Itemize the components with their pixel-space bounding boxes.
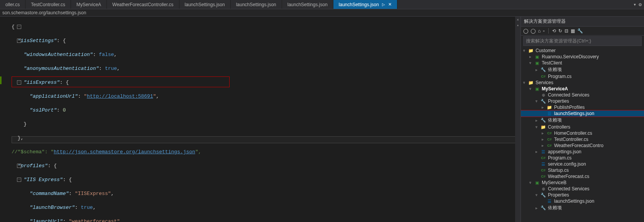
tab-testcontroller[interactable]: TestController.cs xyxy=(25,0,71,9)
cs-icon: C# xyxy=(540,156,546,160)
expand-icon[interactable]: ▹ xyxy=(536,206,540,210)
tree-item-label: launchSettings.json xyxy=(554,111,594,116)
tree-item[interactable]: ▿▣MyServiceB xyxy=(521,180,644,186)
tree-item[interactable]: ▹C#TestController.cs xyxy=(521,136,644,142)
code-editor[interactable]: −{ − "iisSettings": { "windowsAuthentica… xyxy=(0,17,521,222)
tab-launchsettings-3[interactable]: launchSettings.json xyxy=(282,0,333,9)
tree-item-label: Customer xyxy=(536,48,556,53)
tree-item[interactable]: ▿📁Customer xyxy=(521,47,644,54)
tree-item[interactable]: ▹🔧依赖项 xyxy=(521,117,644,124)
tree-item-label: TestClient xyxy=(542,60,562,66)
expand-icon[interactable]: ▿ xyxy=(529,181,534,185)
tree-item-label: MyServiceB xyxy=(542,180,566,185)
tab-launchsettings-active[interactable]: launchSettings.json ▷ ✕ xyxy=(333,0,397,9)
tree-item[interactable]: ▿🔧Properties xyxy=(521,192,644,198)
json-icon: ☰ xyxy=(546,199,553,204)
cs-icon: C# xyxy=(546,131,553,135)
tree-item[interactable]: ▹📁PublishProfiles xyxy=(521,104,644,110)
conn-icon: ⊕ xyxy=(540,186,546,191)
tree-item[interactable]: ☰launchSettings.json xyxy=(521,110,644,117)
expand-icon[interactable]: ▹ xyxy=(536,150,540,154)
collapse-icon[interactable]: ⊟ xyxy=(565,28,568,34)
tree-item-label: 依赖项 xyxy=(548,117,562,124)
tree-item[interactable]: ▿▣MyServiceA xyxy=(521,86,644,92)
fold-icon[interactable]: − xyxy=(17,164,21,168)
expand-icon[interactable]: ▿ xyxy=(536,125,540,129)
tree-item-label: service.config.json xyxy=(548,161,586,167)
view-icon[interactable]: ▫ xyxy=(543,28,544,34)
tree-item[interactable]: ▹🔧依赖项 xyxy=(521,66,644,73)
folder-icon: 📁 xyxy=(546,105,553,110)
tree-item-label: Ruanmou.ServiceDiscovery xyxy=(542,54,599,59)
tree-item-label: WeatherForecastContro xyxy=(554,143,603,148)
folder-icon: 📁 xyxy=(540,125,546,130)
proj-icon: ▣ xyxy=(534,180,540,185)
expand-icon[interactable]: ▿ xyxy=(536,99,540,103)
expand-icon[interactable]: ▿ xyxy=(523,49,528,53)
tree-item[interactable]: ▹C#HomeController.cs xyxy=(521,130,644,136)
cs-icon: C# xyxy=(540,175,546,178)
expand-icon[interactable]: ▿ xyxy=(536,193,540,197)
expand-icon[interactable]: ▿ xyxy=(529,61,534,65)
tab-myservicea[interactable]: MyServiceA xyxy=(71,0,107,9)
expand-icon[interactable]: ▹ xyxy=(542,105,546,109)
gear-icon[interactable]: ⚙ xyxy=(639,2,642,8)
tab-weatherforecast[interactable]: WeatherForecastController.cs xyxy=(107,0,179,9)
fold-icon[interactable]: − xyxy=(17,39,21,43)
close-icon[interactable]: ✕ xyxy=(388,2,392,7)
tree-item[interactable]: C#Startup.cs xyxy=(521,167,644,173)
sync-icon[interactable]: ⟲ xyxy=(552,28,556,34)
scroll-up-icon[interactable]: ▴ xyxy=(515,23,521,27)
tree-item[interactable]: ⊕Connected Services xyxy=(521,186,644,192)
tree-item[interactable]: C#Program.cs xyxy=(521,73,644,80)
fold-icon[interactable]: − xyxy=(17,178,21,182)
tree-item[interactable]: ▿📁Controllers xyxy=(521,124,644,130)
show-icon[interactable]: ▦ xyxy=(571,28,575,34)
expand-icon[interactable]: ▹ xyxy=(542,144,546,147)
tab-actions: ▾ ⚙ xyxy=(633,2,644,8)
refresh-icon[interactable]: ↻ xyxy=(558,28,562,34)
tree-item[interactable]: ▹☰appsettings.json xyxy=(521,149,644,155)
vertical-scrollbar[interactable]: ✕ ▴ xyxy=(515,17,521,222)
expand-icon[interactable]: ▹ xyxy=(529,55,534,59)
tree-item[interactable]: ☰launchSettings.json xyxy=(521,198,644,204)
tree-item[interactable]: C#Program.cs xyxy=(521,155,644,161)
tab-launchsettings-1[interactable]: launchSettings.json xyxy=(179,0,231,9)
tree-item-label: Services xyxy=(536,80,553,85)
split-icon[interactable]: ✕ xyxy=(515,17,521,22)
expand-icon[interactable]: ▿ xyxy=(523,81,528,85)
tab-oller[interactable]: oller.cs xyxy=(0,0,25,9)
tree-item[interactable]: ▿🔧Properties xyxy=(521,98,644,104)
cs-icon: C# xyxy=(546,137,553,141)
expand-icon[interactable]: ▹ xyxy=(536,68,540,72)
tree-item[interactable]: ▹🔧依赖项 xyxy=(521,204,644,212)
expand-icon[interactable]: ▹ xyxy=(542,131,546,135)
expand-icon[interactable]: ▿ xyxy=(529,87,534,91)
tree-item[interactable]: C#WeatherForecast.cs xyxy=(521,173,644,180)
expand-icon[interactable]: ▹ xyxy=(536,119,540,122)
solution-tree: ▿📁Customer▹▣Ruanmou.ServiceDiscovery▿▣Te… xyxy=(521,47,644,222)
tree-item-label: PublishProfiles xyxy=(554,105,585,110)
home-icon[interactable]: ⌂ xyxy=(538,28,541,34)
tree-item[interactable]: ▿▣TestClient xyxy=(521,60,644,66)
breadcrumb: son.schemastore.org/launchsettings.json xyxy=(0,9,644,17)
fold-icon[interactable]: − xyxy=(17,80,21,85)
cs-icon: C# xyxy=(546,144,553,147)
fold-icon[interactable]: − xyxy=(17,25,21,29)
tab-launchsettings-2[interactable]: launchSettings.json xyxy=(231,0,282,9)
tree-item[interactable]: ▿📁Services xyxy=(521,80,644,86)
properties-icon[interactable]: 🔧 xyxy=(577,28,583,34)
search-input[interactable]: 搜索解决方案资源管理器(Ctrl+;) xyxy=(523,36,642,46)
dropdown-icon[interactable]: ▾ xyxy=(633,2,636,8)
tree-item[interactable]: ▹▣Ruanmou.ServiceDiscovery xyxy=(521,54,644,60)
back-icon[interactable]: ◯ xyxy=(523,28,528,34)
pin-icon[interactable]: ▷ xyxy=(382,2,385,7)
tree-item[interactable]: ☰service.config.json xyxy=(521,161,644,167)
folder-icon: 📁 xyxy=(528,48,534,53)
expand-icon[interactable]: ▹ xyxy=(542,137,546,141)
tree-item-label: MyServiceA xyxy=(542,86,568,92)
forward-icon[interactable]: ◯ xyxy=(531,28,536,34)
tree-item[interactable]: ▹C#WeatherForecastContro xyxy=(521,142,644,149)
tree-item[interactable]: ⊕Connected Services xyxy=(521,92,644,98)
tab-bar: oller.cs TestController.cs MyServiceA We… xyxy=(0,0,644,9)
